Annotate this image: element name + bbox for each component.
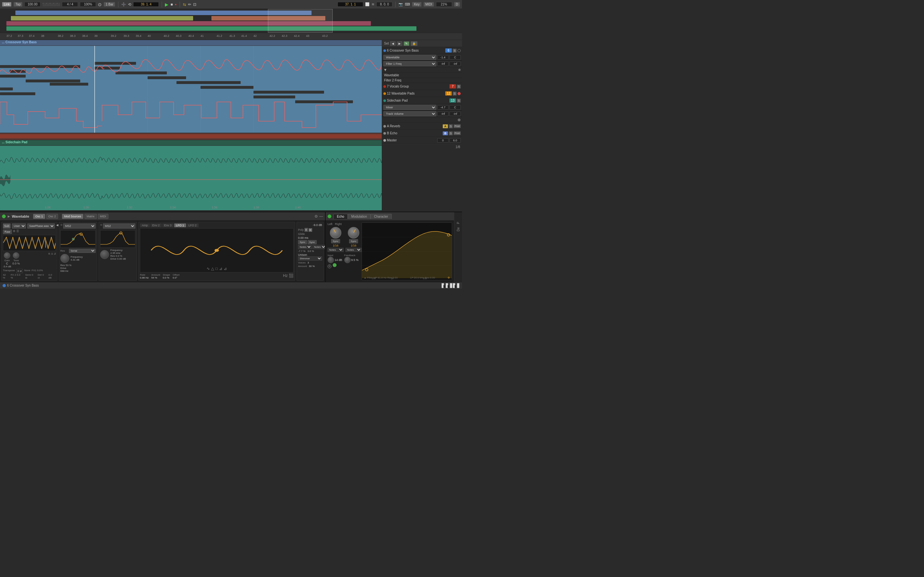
category-select[interactable]: User xyxy=(12,223,26,229)
input-knob[interactable] xyxy=(328,257,334,263)
crossover-r-btn[interactable] xyxy=(457,49,461,52)
transpose-val[interactable]: 0 st xyxy=(16,269,23,273)
filter2-freq-knob[interactable] xyxy=(100,250,109,259)
waveform-select[interactable]: SawPhase.wav xyxy=(27,223,55,229)
set-back-button[interactable]: ◀ xyxy=(390,41,396,46)
set-edit-button[interactable]: ✎ xyxy=(404,41,409,46)
mod-sources-btn[interactable]: Mod Sources xyxy=(62,214,83,219)
settings-icon[interactable]: ⚙ xyxy=(314,214,318,219)
arrangement-overview[interactable] xyxy=(0,9,462,33)
bpm-display[interactable]: 100.00 xyxy=(24,2,40,7)
wavetable-osc2-tab[interactable]: Osc 2 xyxy=(46,214,58,219)
duck-btn[interactable]: D xyxy=(328,264,331,268)
pads-r-btn[interactable] xyxy=(457,92,461,95)
wavetable-osc1-tab[interactable]: Osc 1 xyxy=(33,214,45,219)
loop-icon[interactable]: ⇆ xyxy=(183,2,186,7)
echo-s-btn[interactable]: S xyxy=(449,131,453,135)
poly-btn[interactable]: B xyxy=(309,228,312,232)
lfo1-tab[interactable]: LFO 1 xyxy=(174,223,186,227)
overview-selection[interactable] xyxy=(268,9,333,33)
poly-val[interactable]: 8 xyxy=(304,228,308,232)
echo-tab-char[interactable]: Character xyxy=(371,214,392,219)
sync2-btn[interactable]: Sync xyxy=(308,240,317,244)
wavetable-power-btn[interactable] xyxy=(2,214,6,218)
play-button[interactable]: ▶ xyxy=(165,2,168,7)
crossover-device-select[interactable]: Wavetable xyxy=(383,55,436,60)
grid-icon[interactable]: ≋ xyxy=(372,2,375,6)
sync1-btn[interactable]: Sync xyxy=(298,240,307,244)
sidechain-num[interactable]: 13 xyxy=(449,98,456,103)
midi-button[interactable]: MIDI xyxy=(423,2,434,7)
echo-post-btn[interactable]: Post xyxy=(454,131,461,135)
time-display[interactable]: 37. 1. 1 xyxy=(338,2,363,7)
lfo2-tab[interactable]: LFO 2 xyxy=(187,223,199,227)
feedback-knob[interactable] xyxy=(344,257,351,263)
sine-shape[interactable]: ∿ xyxy=(207,266,210,271)
sidechain-s-btn[interactable]: S xyxy=(457,99,461,103)
osc-settings-icon[interactable]: ⚙ xyxy=(13,229,15,234)
key-b[interactable] xyxy=(455,285,457,288)
prev-wave-icon[interactable]: ◀ xyxy=(56,223,58,229)
crossover-filter-select[interactable]: Filter 1 Freq xyxy=(383,61,436,66)
sync-left-btn[interactable]: Sync xyxy=(331,239,340,243)
set-fwd-button[interactable]: ▶ xyxy=(397,41,402,46)
de-label[interactable]: De xyxy=(457,227,460,231)
gain-knob[interactable] xyxy=(4,252,10,259)
sawdown-shape[interactable]: ⊿ xyxy=(224,266,227,271)
sidechain-inf2[interactable]: -inf xyxy=(449,111,461,116)
key-button[interactable]: Key xyxy=(412,2,421,7)
env2-tab[interactable]: Env 2 xyxy=(150,223,162,227)
notes2-echo-select[interactable]: Notes xyxy=(346,248,362,252)
crossover-s-btn[interactable]: S xyxy=(453,49,457,53)
echo-tab-mod[interactable]: Modulation xyxy=(348,214,371,219)
unison-select[interactable]: Shimmer xyxy=(298,256,322,261)
expand-icon[interactable]: ▼ xyxy=(383,68,387,72)
record-button[interactable]: ● xyxy=(175,3,177,6)
tap-button[interactable]: Tap xyxy=(13,2,23,7)
link-button[interactable]: Link xyxy=(2,2,11,7)
bar-button[interactable]: 1 Bar xyxy=(103,2,115,7)
notes1-echo-select[interactable]: Notes xyxy=(328,248,344,252)
right-delay-knob[interactable] xyxy=(348,227,359,239)
zoom-display[interactable]: 100% xyxy=(80,2,96,7)
notes1-select[interactable]: Notes xyxy=(298,245,312,249)
key-b[interactable] xyxy=(443,285,445,288)
key-w[interactable] xyxy=(457,283,459,288)
sub-btn[interactable]: Sub xyxy=(3,223,11,229)
time-sig-display[interactable]: 4 / 4 xyxy=(62,2,78,7)
amp-tab[interactable]: Amp xyxy=(140,223,150,227)
key-b[interactable] xyxy=(447,285,449,288)
reverb-post-btn[interactable]: Post xyxy=(454,124,461,128)
raw-mode-btn[interactable]: Raw xyxy=(3,229,12,234)
filter-edit-icon[interactable]: ⚙ xyxy=(447,276,450,279)
monitor-icon[interactable]: ⊙ xyxy=(98,2,102,7)
serial-select[interactable]: Serial xyxy=(69,249,95,253)
square-shape[interactable]: □ xyxy=(215,266,218,271)
sidechain-val2[interactable]: C xyxy=(449,105,461,110)
phase-btn[interactable] xyxy=(333,263,336,267)
sidechain-device-select[interactable]: Mixer xyxy=(383,105,436,110)
pads-num[interactable]: 12 xyxy=(445,91,452,95)
stop-button[interactable]: ■ xyxy=(170,2,173,7)
triangle-shape[interactable]: △ xyxy=(211,266,214,271)
sidechain-vol-select[interactable]: Track Volume xyxy=(383,111,436,116)
add-icon[interactable]: ➕ xyxy=(121,2,126,7)
pads-s-btn[interactable]: S xyxy=(453,92,457,95)
camera-icon[interactable]: 📷 xyxy=(399,2,403,6)
master-val[interactable]: 6.0 xyxy=(449,138,461,143)
env3-tab[interactable]: Env 3 xyxy=(162,223,174,227)
reverb-s-btn[interactable]: S xyxy=(449,124,453,128)
crossover-inf2[interactable]: -inf xyxy=(449,61,461,66)
echo-tab-echo[interactable]: Echo xyxy=(333,214,348,219)
filter1-type-select[interactable]: MS2 xyxy=(63,223,95,229)
notes2-select[interactable]: Notes xyxy=(312,245,325,249)
p-label[interactable]: P xyxy=(457,222,460,224)
sidechain-val1[interactable]: -4.7 xyxy=(437,105,449,110)
sync-right-btn[interactable]: Sync xyxy=(349,239,358,243)
collapse-icon[interactable]: — xyxy=(319,214,323,219)
pencil-icon[interactable]: ✏ xyxy=(188,2,191,7)
sawup-shape[interactable]: ⊿ xyxy=(219,266,222,271)
vocals-s-btn[interactable]: S xyxy=(457,85,461,89)
add-device-icon[interactable]: ⊕ xyxy=(457,118,461,122)
left-delay-knob[interactable] xyxy=(330,227,341,239)
